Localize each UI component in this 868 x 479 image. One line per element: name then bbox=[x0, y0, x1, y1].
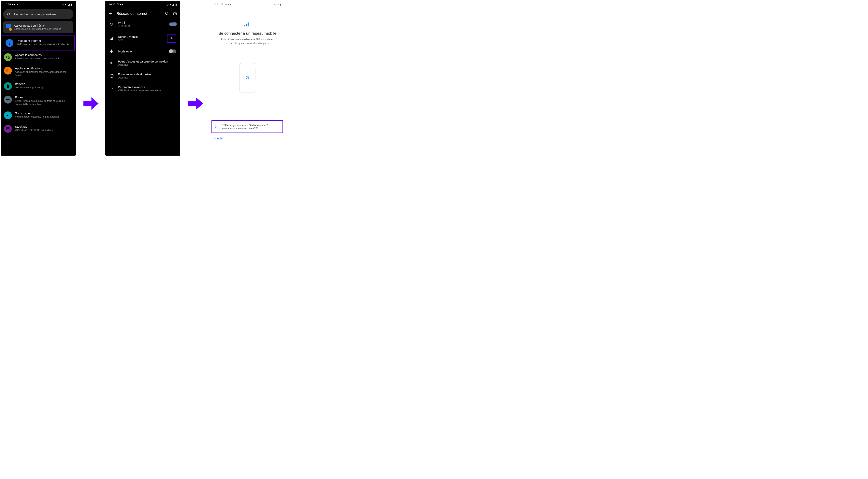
svg-point-26 bbox=[175, 14, 175, 15]
add-network-button[interactable]: + bbox=[167, 34, 176, 43]
page-title: Se connecter à un réseau mobile bbox=[216, 31, 279, 36]
status-bar: 10:25 ▸◂ ☁ ◇ ▾ ◢ ▮ bbox=[1, 1, 76, 8]
search-icon bbox=[7, 12, 11, 16]
svg-rect-22 bbox=[6, 129, 9, 130]
row-title: Batterie bbox=[15, 82, 43, 86]
row-title: Point d'accès et partage de connexion bbox=[118, 60, 176, 63]
data-saver-row[interactable]: Économiseur de données Désactivé bbox=[105, 69, 180, 82]
svg-rect-4 bbox=[8, 57, 9, 59]
row-title: Écran bbox=[15, 96, 72, 99]
suggestion-title: Activer Regard sur l'écran bbox=[14, 24, 61, 27]
phone-illustration: G bbox=[240, 63, 255, 93]
setting-row-devices[interactable]: Appareils connectés Bluetooth, Android A… bbox=[1, 51, 76, 64]
airplane-toggle[interactable] bbox=[169, 50, 176, 53]
setting-row-display[interactable]: Écran Styles, fonds d'écran, délai de mi… bbox=[1, 93, 76, 108]
page-subtitle: Pour utiliser une nouvelle carte SIM, vo… bbox=[218, 38, 277, 45]
cast-icon: ▸◂ bbox=[12, 3, 15, 6]
row-sub: Wi-Fi, mobile, conso des données et poin… bbox=[17, 43, 69, 46]
status-time: 10:26 bbox=[109, 3, 115, 6]
svg-point-11 bbox=[6, 71, 7, 72]
download-esim-button[interactable]: Télécharger une carte SIM à la place ? A… bbox=[212, 120, 283, 133]
svg-point-7 bbox=[9, 69, 9, 70]
cancel-button[interactable]: Annuler bbox=[210, 133, 285, 143]
airplane-mode-row[interactable]: Mode Avion bbox=[105, 46, 180, 57]
wifi-row[interactable]: Wi-Fi SFR_16D0 bbox=[105, 18, 180, 31]
setting-row-storage[interactable]: Stockage 23 % utilisés - 98,96 Go dispon… bbox=[1, 122, 76, 135]
svg-point-16 bbox=[7, 99, 9, 100]
suggestion-card[interactable]: Activer Regard sur l'écran Garde l'écran… bbox=[3, 21, 73, 33]
help-icon[interactable] bbox=[173, 11, 177, 16]
setting-row-battery[interactable]: Batterie 100 % – Il reste plus de 2 j bbox=[1, 79, 76, 93]
mobile-network-row[interactable]: Réseau mobile SFR + bbox=[105, 31, 180, 46]
svg-point-2 bbox=[9, 44, 10, 45]
row-sub: Désactivé bbox=[118, 76, 176, 79]
back-icon[interactable] bbox=[108, 11, 113, 16]
svg-rect-30 bbox=[244, 25, 245, 26]
apps-icon bbox=[4, 67, 12, 74]
flow-arrow-icon bbox=[186, 95, 204, 113]
svg-point-9 bbox=[8, 70, 8, 71]
search-placeholder: Rechercher dans les paramètres bbox=[13, 12, 56, 16]
svg-rect-21 bbox=[6, 127, 9, 128]
wifi-status-icon: ▾ bbox=[65, 3, 66, 6]
setting-row-sound[interactable]: Son et vibreur Volume, retour haptique, … bbox=[1, 109, 76, 122]
nfc-icon: ◇ bbox=[166, 3, 168, 6]
row-title: Wi-Fi bbox=[118, 21, 165, 24]
wifi-icon bbox=[109, 22, 114, 26]
row-sub: Bluetooth, Android Auto, mode Voiture, N… bbox=[15, 57, 61, 60]
screen-attention-icon bbox=[6, 24, 11, 30]
battery-status-icon: ▮ bbox=[175, 3, 177, 6]
cloud-icon: ☁ bbox=[16, 3, 19, 6]
alarm-icon: ⏱ bbox=[221, 3, 224, 6]
row-title: Mode Avion bbox=[118, 50, 165, 53]
row-sub: Désactivé bbox=[118, 64, 176, 66]
esim-title: Télécharger une carte SIM à la place ? bbox=[222, 124, 268, 127]
row-title: Économiseur de données bbox=[118, 72, 176, 76]
svg-point-23 bbox=[165, 12, 168, 14]
hotspot-row[interactable]: Point d'accès et partage de connexion Dé… bbox=[105, 57, 180, 69]
setting-row-apps[interactable]: Applis et notifications Assistant, appli… bbox=[1, 64, 76, 79]
row-title: Applis et notifications bbox=[15, 67, 72, 70]
row-sub: SFR_16D0 bbox=[118, 25, 165, 27]
status-time: 10:25 bbox=[4, 3, 11, 6]
alarm-icon: ⏱ bbox=[117, 3, 119, 6]
setting-row-network[interactable]: Réseau et Internet Wi-Fi, mobile, conso … bbox=[2, 35, 75, 51]
dnd-icon: ⊖ bbox=[225, 3, 227, 6]
svg-line-24 bbox=[168, 14, 169, 15]
row-title: Stockage bbox=[15, 125, 53, 128]
svg-line-1 bbox=[9, 15, 10, 16]
datasaver-icon bbox=[109, 74, 114, 78]
airplane-icon bbox=[109, 49, 114, 54]
wifi-toggle[interactable] bbox=[169, 23, 176, 26]
row-sub: VPN, DNS privé, Connectivité adaptative bbox=[118, 89, 176, 92]
status-time: 10:31 bbox=[213, 3, 220, 6]
svg-rect-15 bbox=[7, 84, 8, 85]
search-input[interactable]: Rechercher dans les paramètres bbox=[3, 9, 73, 19]
display-icon bbox=[4, 96, 12, 103]
advanced-row[interactable]: Paramètres avancés VPN, DNS privé, Conne… bbox=[105, 82, 180, 95]
google-logo-icon: G bbox=[246, 75, 249, 80]
battery-status-icon: ▮ bbox=[280, 3, 281, 6]
signal-status-icon: ◢ bbox=[172, 3, 174, 6]
plus-icon: + bbox=[170, 36, 173, 41]
svg-point-13 bbox=[9, 71, 9, 72]
row-sub: 100 % – Il reste plus de 2 j bbox=[15, 86, 43, 89]
suggestion-sub: Garde l'écran allumé quand vous le regar… bbox=[14, 28, 61, 30]
svg-point-5 bbox=[6, 69, 7, 70]
row-title: Son et vibreur bbox=[15, 111, 59, 115]
svg-rect-14 bbox=[7, 85, 9, 88]
svg-point-0 bbox=[7, 13, 10, 15]
hotspot-icon bbox=[109, 61, 114, 65]
battery-status-icon: ▮ bbox=[71, 3, 72, 6]
network-settings-screen: 10:26 ⏱ ▸◂ ◇ ▾ ◢ ▮ Réseau et Internet Wi… bbox=[105, 1, 180, 156]
svg-point-6 bbox=[8, 69, 8, 70]
settings-main-screen: 10:25 ▸◂ ☁ ◇ ▾ ◢ ▮ Rechercher dans les p… bbox=[1, 1, 76, 156]
row-sub: Volume, retour haptique, Ne pas déranger bbox=[15, 115, 59, 118]
cast-icon: ▸◂ bbox=[120, 3, 123, 6]
sound-icon bbox=[4, 111, 12, 119]
svg-point-8 bbox=[6, 70, 7, 71]
row-title: Réseau et Internet bbox=[17, 39, 69, 42]
signal-icon bbox=[109, 36, 114, 40]
nfc-icon: ◇ bbox=[62, 3, 64, 6]
search-icon[interactable] bbox=[165, 11, 169, 16]
